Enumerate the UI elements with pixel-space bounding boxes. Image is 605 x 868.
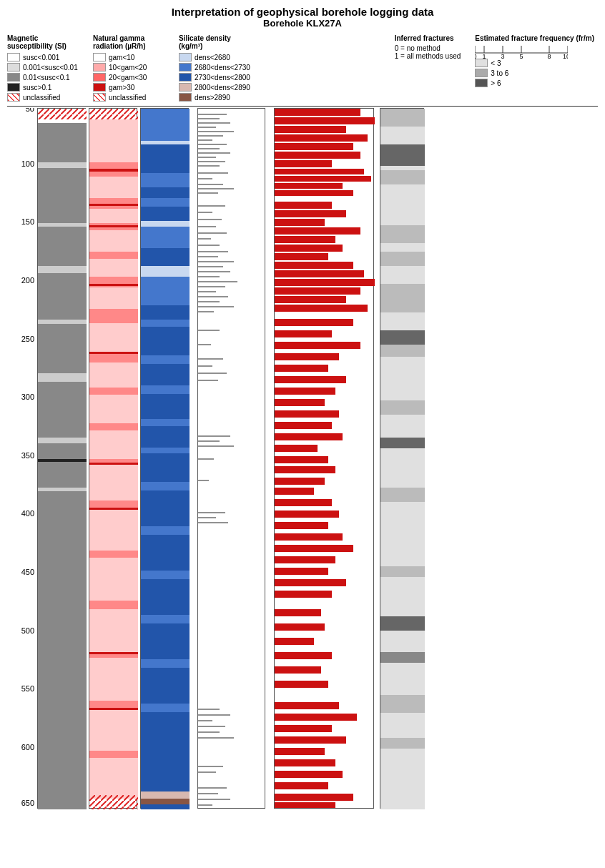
svg-rect-198: [275, 202, 332, 209]
svg-rect-77: [89, 284, 138, 286]
svg-rect-112: [141, 571, 190, 579]
svg-rect-61: [89, 500, 138, 508]
svg-rect-194: [275, 169, 364, 174]
svg-rect-216: [275, 376, 346, 383]
svg-rect-236: [275, 609, 321, 616]
svg-rect-210: [275, 305, 368, 312]
svg-rect-191: [275, 143, 353, 150]
svg-rect-100: [141, 355, 190, 364]
legend-density-1: dens<2680: [179, 53, 257, 61]
svg-rect-55: [89, 388, 138, 395]
track-rock: [380, 108, 424, 809]
svg-rect-217: [275, 388, 335, 395]
svg-rect-32: [38, 320, 87, 324]
svg-rect-81: [89, 652, 138, 654]
svg-rect-54: [89, 363, 138, 388]
page-container: Interpretation of geophysical borehole l…: [0, 0, 605, 868]
svg-rect-206: [275, 270, 364, 277]
svg-rect-101: [141, 364, 190, 385]
svg-text:650: 650: [21, 799, 34, 807]
svg-rect-208: [275, 287, 360, 295]
svg-rect-96: [141, 277, 190, 305]
svg-rect-36: [38, 459, 87, 462]
legend-gamma-4: gam>30: [93, 83, 172, 92]
legend-mag-box-1: [7, 53, 20, 61]
svg-rect-60: [89, 465, 138, 500]
legend-section: Magneticsusceptibility (SI) susc<0.001 0…: [0, 30, 605, 102]
svg-rect-209: [275, 296, 346, 303]
svg-rect-221: [275, 433, 343, 440]
svg-rect-234: [275, 579, 346, 586]
svg-rect-108: [141, 482, 190, 490]
svg-rect-229: [275, 522, 328, 529]
track-magnetic: [37, 108, 86, 809]
svg-rect-44: [89, 209, 138, 223]
svg-text:150: 150: [21, 217, 34, 226]
svg-text:300: 300: [21, 393, 34, 401]
fracture-title: Inferred fractures: [395, 34, 461, 42]
svg-rect-251: [275, 802, 335, 808]
track-fractures: [197, 108, 265, 809]
svg-rect-117: [141, 668, 190, 704]
svg-rect-97: [141, 305, 190, 320]
freq-box-2: [475, 69, 488, 77]
svg-rect-64: [89, 558, 138, 601]
svg-rect-33: [38, 373, 87, 382]
legend-gamma-3: 20<gam<30: [93, 73, 172, 82]
svg-rect-222: [275, 445, 318, 452]
legend-gamma-title: Natural gammaradiation (µR/h): [93, 34, 172, 50]
svg-rect-62: [89, 508, 138, 551]
svg-rect-235: [275, 591, 332, 598]
svg-rect-248: [275, 771, 343, 778]
svg-rect-65: [89, 601, 138, 609]
svg-rect-189: [275, 126, 346, 133]
svg-rect-89: [141, 187, 190, 198]
legend-gamma-box-3: [93, 73, 106, 82]
svg-text:250: 250: [21, 335, 34, 343]
svg-rect-121: [141, 799, 190, 804]
svg-rect-207: [275, 279, 375, 286]
legend-density: Silicate density(kg/m³) dens<2680 2680<d…: [179, 34, 257, 102]
svg-rect-71: [89, 751, 138, 758]
svg-rect-70: [89, 708, 138, 751]
svg-rect-122: [141, 804, 190, 809]
svg-rect-78: [89, 352, 138, 354]
svg-rect-218: [275, 399, 325, 406]
svg-rect-50: [89, 287, 138, 309]
legend-gamma-box-1: [93, 53, 106, 61]
freq-box-1: [475, 59, 488, 67]
svg-rect-46: [89, 230, 138, 252]
svg-rect-119: [141, 712, 190, 769]
svg-rect-187: [275, 109, 360, 116]
svg-rect-106: [141, 448, 190, 453]
legend-mag-1: susc<0.001: [7, 53, 86, 61]
legend-mag-title: Magneticsusceptibility (SI): [7, 34, 86, 50]
svg-text:5: 5: [520, 53, 523, 59]
track-mag-svg: [38, 109, 87, 809]
svg-rect-253: [380, 109, 425, 127]
svg-rect-259: [380, 330, 425, 345]
title-section: Interpretation of geophysical borehole l…: [0, 0, 605, 30]
svg-rect-99: [141, 327, 190, 355]
freq-title: Estimated fracture frequency (fr/m): [475, 34, 594, 42]
freq-scale: 0 1 3 5 8 10: [475, 44, 568, 59]
svg-rect-43: [89, 198, 138, 209]
svg-rect-224: [275, 466, 335, 473]
svg-rect-228: [275, 511, 339, 518]
svg-rect-190: [275, 134, 368, 142]
svg-rect-245: [275, 736, 346, 744]
svg-rect-241: [275, 681, 328, 688]
svg-rect-120: [141, 791, 190, 799]
svg-rect-118: [141, 704, 190, 712]
svg-rect-87: [141, 144, 190, 173]
svg-rect-201: [275, 227, 360, 235]
svg-rect-31: [38, 266, 87, 273]
svg-rect-188: [275, 117, 375, 124]
fractures-group: [198, 114, 237, 805]
svg-rect-92: [141, 221, 190, 227]
right-legend: Inferred fractures 0 = no method 1 = all…: [395, 34, 598, 87]
svg-rect-220: [275, 422, 332, 429]
fracture-note2: 1 = all methods used: [395, 52, 461, 60]
svg-text:500: 500: [21, 626, 34, 635]
legend-gamma-2: 10<gam<20: [93, 63, 172, 71]
